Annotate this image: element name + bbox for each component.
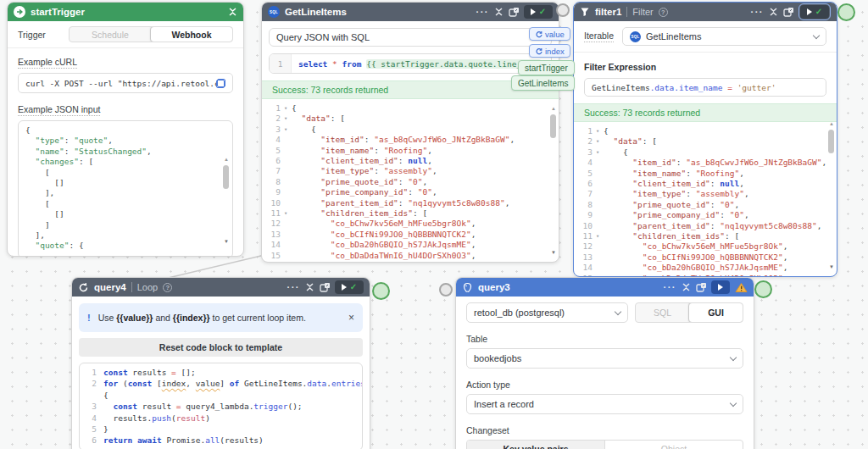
collapse-icon[interactable] (682, 282, 691, 292)
block-get-line-items[interactable]: SQL GetLineItems ··· ✓ Query JSON with S… (261, 2, 559, 263)
help-icon[interactable]: ? (659, 8, 668, 17)
expand-icon[interactable] (320, 282, 330, 292)
port-query4-output[interactable] (372, 282, 390, 300)
table-select[interactable]: bookedjobs (466, 348, 743, 369)
query3-header[interactable]: query3 ··· (456, 278, 754, 297)
expand-icon[interactable] (783, 7, 793, 17)
get-line-items-badge[interactable]: GetLineItems (511, 75, 575, 91)
scroll-down-icon[interactable]: ▼ (829, 264, 834, 269)
help-icon[interactable]: ? (163, 283, 172, 292)
sql-editor[interactable]: 1 select * from {{ startTrigger.data.quo… (269, 53, 552, 74)
tab-webhook[interactable]: Webhook (150, 26, 233, 42)
code-token: ], (25, 188, 54, 197)
run-button[interactable]: ✓ (800, 5, 829, 19)
resource-select[interactable]: retool_db (postgresql) (466, 302, 628, 323)
tab-gui[interactable]: GUI (688, 302, 743, 323)
action-type-value: Insert a record (474, 399, 534, 409)
table-label: Table (466, 334, 487, 344)
port-query3-output[interactable] (754, 280, 772, 298)
scroll-up-icon[interactable]: ▲ (224, 157, 229, 162)
postgresql-icon (462, 282, 473, 293)
scroll-down-icon[interactable]: ▼ (224, 239, 229, 244)
tab-sql[interactable]: SQL (636, 303, 689, 322)
result-json-viewer[interactable]: 1▾{2▾ "data": [3▾ {4 "item_id": "as_b8qC… (574, 122, 837, 276)
code-token (292, 177, 320, 186)
badge-label: GetLineItems (518, 79, 568, 88)
code-token (292, 208, 320, 218)
expand-icon[interactable] (509, 7, 519, 17)
query4-header[interactable]: query4 Loop ? ··· ✓ (72, 278, 370, 297)
more-menu-icon[interactable]: ··· (664, 283, 677, 291)
result-scrollbar[interactable]: ▲ ▼ (826, 121, 835, 269)
port-get-line-items-output[interactable] (556, 3, 570, 17)
run-button[interactable] (711, 280, 730, 294)
run-button[interactable]: ✓ (335, 280, 364, 294)
code-line: [] (25, 209, 225, 219)
scroll-down-icon[interactable]: ▼ (551, 250, 556, 255)
block-query4[interactable]: query4 Loop ? ··· ✓ ! Use {{value}} and … (71, 277, 370, 449)
filter-expression-input[interactable]: GetLineItems.data.item_name = 'gutter' (584, 78, 826, 97)
collapse-icon[interactable] (494, 7, 504, 17)
code-token: , (108, 136, 113, 145)
port-query3-input[interactable] (439, 283, 453, 297)
filter1-header[interactable]: filter1 Filter ? ··· ✓ (574, 3, 837, 21)
collapse-icon[interactable] (305, 282, 314, 292)
code-token (292, 156, 320, 165)
run-button[interactable]: ✓ (524, 5, 553, 19)
block-query3[interactable]: query3 ··· retool_db (postgresql) SQL (455, 277, 754, 449)
reset-code-button[interactable]: Reset code block to template (79, 338, 363, 357)
code-token: : (398, 156, 408, 165)
code-token: , (432, 166, 437, 175)
block-filter1[interactable]: filter1 Filter ? ··· ✓ Iterable SQL (573, 2, 837, 277)
curl-input[interactable]: curl -X POST --url "https://api.retool.c… (18, 73, 233, 93)
loop-code-editor[interactable]: 1const results = [];2for (const [index, … (79, 363, 363, 449)
scrollbar-thumb[interactable] (550, 114, 556, 138)
workflow-canvas[interactable]: startTrigger Trigger Schedule Webhook Ex… (0, 0, 868, 449)
code-token: null (720, 179, 739, 188)
scrollbar-thumb[interactable] (828, 130, 834, 153)
start-trigger-badge[interactable]: startTrigger (518, 60, 575, 75)
collapse-icon[interactable] (769, 7, 778, 17)
code-line: 1▾{ (265, 103, 555, 114)
port-filter1-output[interactable] (837, 3, 855, 21)
start-trigger-header[interactable]: startTrigger (8, 3, 243, 21)
tab-key-value-pairs[interactable]: Key value pairs (467, 441, 605, 449)
copy-icon[interactable] (216, 79, 225, 88)
code-token: "0" (418, 187, 432, 197)
more-menu-icon[interactable]: ··· (751, 8, 765, 16)
code-token: ] (25, 220, 50, 230)
get-line-items-header[interactable]: SQL GetLineItems ··· ✓ (262, 3, 559, 21)
value-variable-badge[interactable]: value (529, 27, 570, 41)
result-json-viewer[interactable]: 1▾{2▾ "data": [3▾ {4 "item_id": "as_b8qC… (262, 99, 559, 262)
block-start-trigger[interactable]: startTrigger Trigger Schedule Webhook Ex… (7, 2, 244, 257)
index-variable-badge[interactable]: index (529, 44, 570, 58)
tab-schedule[interactable]: Schedule (70, 27, 151, 42)
json-editor-scrollbar[interactable]: ▲ ▼ (221, 157, 230, 244)
iterable-label: Iterable (584, 30, 614, 42)
code-line: 3 const result = query4_lambda.trigger()… (80, 401, 362, 412)
scroll-up-icon[interactable]: ▲ (829, 121, 834, 126)
code-token: for (103, 379, 118, 388)
play-icon (807, 8, 812, 15)
code-line: 2▾ "data": [ (265, 114, 555, 124)
code-token (25, 147, 35, 156)
action-type-select[interactable]: Insert a record (466, 394, 743, 414)
query-mode-select[interactable]: Query JSON with SQL (269, 28, 552, 47)
code-line: 3▾ { (265, 125, 555, 135)
iterable-select[interactable]: SQL GetLineItems (622, 27, 826, 46)
scroll-up-icon[interactable]: ▲ (551, 106, 556, 111)
example-json-editor[interactable]: { "type": "quote", "name": "StatusChange… (18, 120, 233, 257)
code-token (292, 230, 331, 239)
code-token: Use (98, 313, 117, 323)
more-menu-icon[interactable]: ··· (287, 283, 301, 291)
code-line: 14 "co_bDa20hGBQIO_hS7JAkJqsmME", (577, 263, 833, 273)
scrollbar-thumb[interactable] (223, 165, 229, 189)
more-menu-icon[interactable]: ··· (476, 8, 490, 16)
close-banner-icon[interactable]: × (348, 312, 354, 324)
collapse-icon[interactable] (228, 7, 237, 17)
tab-object[interactable]: Object (605, 441, 743, 449)
expand-icon[interactable] (696, 282, 706, 292)
changeset-label: Changeset (466, 425, 509, 435)
code-line: 6 "client_item_id": null, (577, 179, 833, 189)
result-scrollbar[interactable]: ▲ ▼ (548, 106, 557, 255)
